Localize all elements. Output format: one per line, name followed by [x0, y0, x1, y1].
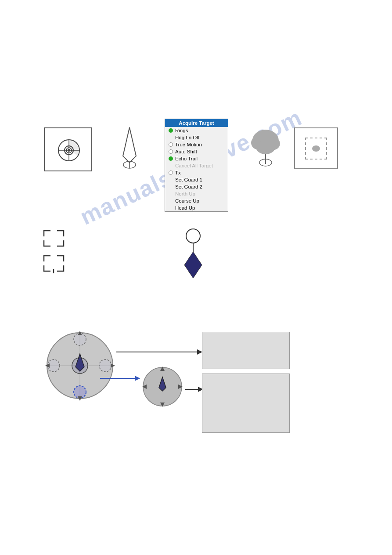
menu-item-cancel-all[interactable]: Cancel All Target: [165, 162, 228, 169]
svg-point-16: [186, 229, 200, 243]
info-box-2: [202, 374, 290, 433]
echo-trail-indicator: [169, 156, 173, 161]
set-guard-1-label: Set Guard 1: [175, 177, 202, 182]
target-reticle: [305, 138, 327, 160]
bracket-2: [42, 254, 66, 273]
target-dot: [312, 145, 320, 152]
menu-item-rings[interactable]: Rings: [165, 127, 228, 134]
auto-shift-indicator: [169, 149, 173, 154]
set-guard-2-label: Set Guard 2: [175, 184, 202, 189]
true-motion-indicator: [169, 142, 173, 147]
north-up-label: North Up: [175, 191, 195, 196]
svg-point-12: [256, 140, 275, 154]
menu-item-echo-trail[interactable]: Echo Trail: [165, 155, 228, 162]
radar-dial-large: [44, 330, 114, 400]
svg-point-28: [74, 386, 86, 398]
menu-item-course-up[interactable]: Course Up: [165, 197, 228, 204]
menu-item-head-up[interactable]: Head Up: [165, 204, 228, 211]
info-box-1: [202, 332, 290, 369]
menu-item-set-guard-2[interactable]: Set Guard 2: [165, 183, 228, 190]
svg-marker-6: [123, 127, 136, 163]
context-menu-header[interactable]: Acquire Target: [165, 119, 228, 127]
section-mid: [0, 224, 392, 294]
menu-item-tx[interactable]: Tx: [165, 169, 228, 176]
svg-point-27: [72, 358, 88, 374]
svg-marker-18: [184, 252, 202, 278]
arrow-to-box2: [185, 389, 203, 390]
menu-item-north-up[interactable]: North Up: [165, 190, 228, 197]
hdgln-label: Hdg Ln Off: [175, 135, 199, 140]
cloud-icon: [248, 125, 283, 170]
waypoint-icon: [178, 226, 209, 285]
target-icon-box: [294, 127, 338, 169]
menu-item-true-motion[interactable]: True Motion: [165, 141, 228, 148]
head-up-label: Head Up: [175, 205, 195, 210]
arrow-to-box1: [116, 352, 202, 352]
svg-point-23: [99, 359, 111, 372]
section-top: Acquire Target Rings Hdg Ln Off True Mot…: [0, 119, 392, 215]
small-radar-icon: [140, 365, 184, 410]
cancel-all-label: Cancel All Target: [175, 163, 213, 168]
rings-indicator: [169, 128, 173, 133]
menu-item-auto-shift[interactable]: Auto Shift: [165, 148, 228, 155]
echo-trail-label: Echo Trail: [175, 156, 198, 161]
ship-icon-1: [116, 125, 143, 175]
tx-indicator: [169, 170, 173, 175]
rings-label: Rings: [175, 128, 188, 133]
course-up-label: Course Up: [175, 198, 199, 203]
arrow-to-small-radar: [100, 378, 140, 379]
menu-item-hdgln[interactable]: Hdg Ln Off: [165, 134, 228, 141]
bracket-1: [42, 229, 66, 248]
section-bottom: [0, 316, 392, 457]
tx-label: Tx: [175, 170, 181, 175]
context-menu: Acquire Target Rings Hdg Ln Off True Mot…: [165, 119, 228, 212]
radar-icon-box: [44, 127, 92, 171]
true-motion-label: True Motion: [175, 142, 202, 147]
menu-item-set-guard-1[interactable]: Set Guard 1: [165, 176, 228, 183]
auto-shift-label: Auto Shift: [175, 149, 197, 154]
bracket-group: [42, 229, 66, 273]
radar-icon: [57, 138, 79, 160]
